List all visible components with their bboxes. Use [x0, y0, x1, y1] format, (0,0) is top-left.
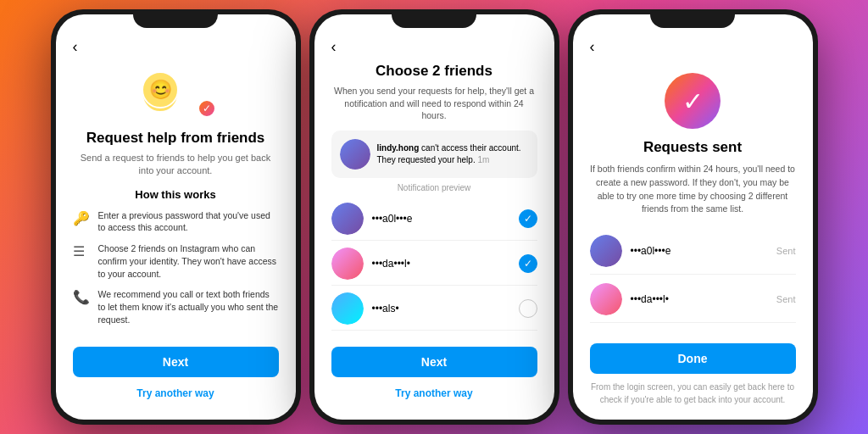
phone-1-screen: ‹ 😊 😊 ✓ Request help from friends Send a…: [56, 14, 296, 420]
phone-1: ‹ 😊 😊 ✓ Request help from friends Send a…: [51, 9, 301, 425]
illustration: 😊 😊 ✓: [73, 71, 279, 118]
steps-list: 🔑 Enter a previous password that you've …: [73, 209, 279, 326]
step-1-icon: 🔑: [73, 210, 90, 226]
friend-check-1[interactable]: ✓: [519, 209, 537, 228]
screen2-title: Choose 2 friends: [331, 63, 537, 80]
phone-3-content: ‹ ✓ Requests sent If both friends confir…: [573, 14, 813, 343]
friend-check-3[interactable]: [519, 299, 537, 318]
friend-avatar-2: [331, 248, 364, 280]
friend-avatar-1: [331, 203, 364, 235]
screen2-subtitle: When you send your requests for help, th…: [331, 85, 537, 122]
friend-avatar-circle-1: [331, 203, 364, 235]
screen3-actions: Done From the login screen, you can easi…: [573, 343, 813, 420]
sent-avatar-circle-1: [590, 235, 622, 267]
screen3-subtitle: If both friends confirm within 24 hours,…: [590, 163, 796, 216]
back-button-2[interactable]: ‹: [331, 38, 537, 56]
step-3-text: We recommend you call or text both frien…: [98, 288, 279, 326]
sent-item-2: •••da•••l• Sent: [590, 276, 796, 323]
success-checkmark: ✓: [665, 73, 721, 129]
sent-badge-2: Sent: [776, 294, 796, 304]
sent-avatar-1: [590, 235, 622, 267]
sent-list: •••a0l•••e Sent •••da•••l• Sent: [590, 228, 796, 323]
check-badge: ✓: [198, 99, 216, 118]
friend-name-1: •••a0l•••e: [372, 213, 510, 225]
step-1-text: Enter a previous password that you've us…: [98, 209, 279, 234]
friend-item-3[interactable]: •••als•: [331, 287, 537, 331]
friend-name-3: •••als•: [372, 303, 510, 314]
step-3-icon: 📞: [73, 289, 90, 305]
screen1-actions: Next Try another way: [56, 347, 296, 420]
success-icon-container: ✓: [590, 73, 796, 129]
friend-name-2: •••da•••l•: [372, 258, 510, 270]
next-button-1[interactable]: Next: [73, 347, 279, 377]
phone-2: ‹ Choose 2 friends When you send your re…: [309, 9, 559, 425]
back-button-3[interactable]: ‹: [590, 38, 796, 56]
sent-badge-1: Sent: [776, 246, 796, 256]
phone-1-content: ‹ 😊 😊 ✓ Request help from friends Send a…: [56, 14, 296, 347]
step-2-text: Choose 2 friends on Instagram who can co…: [98, 242, 279, 280]
notif-avatar: [340, 139, 370, 170]
notification-preview: lindy.hong can't access their account. T…: [331, 131, 537, 178]
friend-avatar-circle-3: [331, 292, 364, 325]
sent-name-2: •••da•••l•: [631, 293, 768, 305]
phone-2-content: ‹ Choose 2 friends When you send your re…: [314, 14, 554, 347]
notif-text: lindy.hong can't access their account. T…: [377, 142, 529, 166]
phone-2-notch: [392, 9, 476, 28]
friend-avatar-circle-2: [331, 248, 364, 280]
try-another-way-1[interactable]: Try another way: [73, 381, 279, 406]
next-button-2[interactable]: Next: [331, 347, 537, 377]
done-button[interactable]: Done: [590, 343, 796, 374]
screen1-subtitle: Send a request to friends to help you ge…: [73, 152, 279, 178]
phone-3-screen: ‹ ✓ Requests sent If both friends confir…: [573, 14, 813, 420]
step-3: 📞 We recommend you call or text both fri…: [73, 288, 279, 326]
phone-2-screen: ‹ Choose 2 friends When you send your re…: [314, 14, 554, 420]
notif-avatar-circle: [340, 139, 370, 170]
phone-3-notch: [650, 9, 735, 28]
sent-name-1: •••a0l•••e: [631, 245, 768, 257]
friend-list: •••a0l•••e ✓ •••da•••l• ✓: [331, 198, 537, 333]
notif-label: Notification preview: [331, 183, 537, 192]
sent-item-1: •••a0l•••e Sent: [590, 228, 796, 275]
friend-item-4[interactable]: •••seu•••976: [331, 332, 537, 333]
emoji-face-2: 😊: [142, 71, 179, 108]
friend-item-2[interactable]: •••da•••l• ✓: [331, 242, 537, 286]
phones-container: ‹ 😊 😊 ✓ Request help from friends Send a…: [51, 9, 818, 425]
screen2-actions: Next Try another way: [314, 347, 554, 420]
screen3-footer: From the login screen, you can easily ge…: [590, 381, 796, 406]
sent-avatar-2: [590, 283, 622, 315]
emoji-pair: 😊 😊 ✓: [142, 71, 209, 118]
screen3-title: Requests sent: [590, 139, 796, 156]
phone-1-notch: [133, 9, 218, 28]
how-title: How this works: [73, 188, 279, 201]
try-another-way-2[interactable]: Try another way: [331, 381, 537, 406]
back-button-1[interactable]: ‹: [73, 38, 279, 56]
screen1-title: Request help from friends: [73, 130, 279, 147]
sent-avatar-circle-2: [590, 283, 622, 315]
friend-avatar-3: [331, 292, 364, 325]
step-2: ☰ Choose 2 friends on Instagram who can …: [73, 242, 279, 280]
phone-3: ‹ ✓ Requests sent If both friends confir…: [568, 9, 818, 425]
friend-check-2[interactable]: ✓: [519, 254, 537, 273]
step-2-icon: ☰: [73, 243, 90, 259]
friend-item-1[interactable]: •••a0l•••e ✓: [331, 198, 537, 241]
step-1: 🔑 Enter a previous password that you've …: [73, 209, 279, 234]
